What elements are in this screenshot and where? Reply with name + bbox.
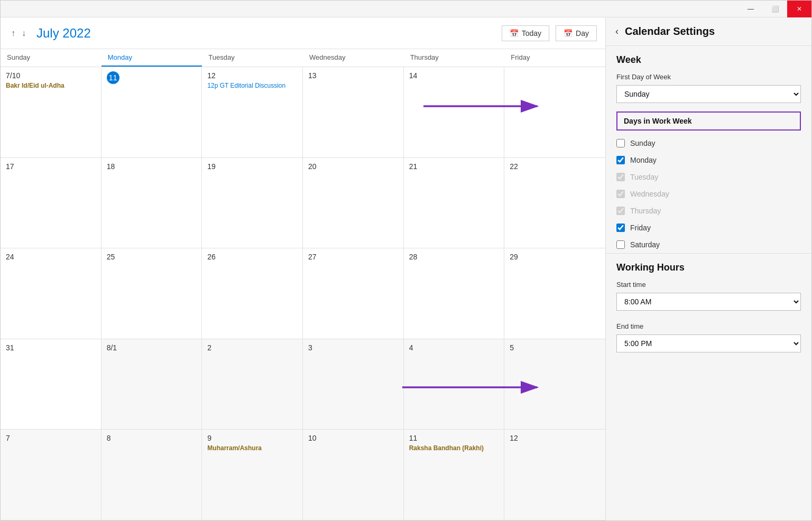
days-in-work-week-container: Days in Work Week (616, 111, 801, 131)
checkbox-monday-input[interactable] (616, 156, 625, 164)
checkbox-sunday[interactable]: Sunday (606, 135, 811, 152)
cell-a5[interactable]: 5 (504, 339, 605, 430)
date-24: 24 (6, 253, 96, 261)
checkbox-monday-label: Monday (630, 156, 657, 164)
today-button[interactable]: 📅 Today (502, 25, 549, 41)
checkbox-thursday-input[interactable] (616, 207, 625, 215)
day-header-sunday: Sunday (1, 49, 102, 67)
day-header-tuesday: Tuesday (202, 49, 303, 67)
cell-20[interactable]: 20 (303, 158, 404, 248)
calendar-week-1: 7/10 Bakr Id/Eid ul-Adha 11 12 12p GT Ed… (1, 67, 605, 158)
calendar-week-4: 31 8/1 2 3 4 5 (1, 339, 605, 430)
nav-up-button[interactable]: ↑ (9, 26, 17, 40)
cell-a4[interactable]: 4 (404, 339, 505, 430)
restore-button[interactable]: ⬜ (763, 1, 787, 17)
back-button[interactable]: ‹ (614, 25, 620, 38)
checkbox-wednesday[interactable]: Wednesday (606, 185, 811, 202)
checkbox-saturday[interactable]: Saturday (606, 236, 811, 253)
date-b9: 9 (207, 434, 297, 442)
date-11: 11 (107, 71, 119, 84)
checkbox-friday[interactable]: Friday (606, 219, 811, 236)
today-label: Today (522, 29, 541, 38)
day-header-thursday: Thursday (404, 49, 505, 67)
date-a3: 3 (308, 343, 398, 352)
cell-27[interactable]: 27 (303, 248, 404, 339)
cell-21[interactable]: 21 (404, 158, 505, 248)
date-13: 13 (308, 71, 398, 80)
checkbox-saturday-label: Saturday (630, 240, 660, 249)
cell-22[interactable]: 22 (504, 158, 605, 248)
checkbox-saturday-input[interactable] (616, 240, 625, 249)
checkbox-tuesday[interactable]: Tuesday (606, 169, 811, 185)
cell-24[interactable]: 24 (1, 248, 102, 339)
working-hours-section: Working Hours Start time 12:00 AM 1:00 A… (606, 253, 811, 361)
date-18: 18 (107, 162, 197, 171)
cell-81[interactable]: 8/1 (102, 339, 202, 430)
start-time-select[interactable]: 12:00 AM 1:00 AM 6:00 AM 7:00 AM 8:00 AM… (616, 293, 801, 311)
checkbox-thursday[interactable]: Thursday (606, 202, 811, 219)
cell-710[interactable]: 7/10 Bakr Id/Eid ul-Adha (1, 67, 102, 157)
cell-17[interactable]: 17 (1, 158, 102, 248)
day-header-friday: Friday (504, 49, 605, 67)
date-b11: 11 (409, 434, 499, 442)
cell-26[interactable]: 26 (202, 248, 303, 339)
minimize-button[interactable]: — (739, 1, 763, 17)
date-25: 25 (107, 253, 197, 261)
cell-12[interactable]: 12 12p GT Editorial Discussion (202, 67, 303, 157)
date-a4: 4 (409, 343, 499, 352)
working-hours-heading: Working Hours (616, 262, 801, 273)
date-b12: 12 (510, 434, 600, 442)
checkbox-tuesday-label: Tuesday (630, 173, 658, 181)
cell-31[interactable]: 31 (1, 339, 102, 430)
nav-arrows: ↑ ↓ (9, 26, 28, 40)
week-section: Week First Day of Week Sunday Monday Tue… (606, 46, 811, 111)
checkbox-monday[interactable]: Monday (606, 152, 811, 169)
event-gt-editorial: 12p GT Editorial Discussion (207, 82, 297, 89)
cell-18[interactable]: 18 (102, 158, 202, 248)
cell-b7[interactable]: 7 (1, 430, 102, 520)
cell-14[interactable]: 14 (404, 67, 505, 157)
day-icon: 📅 (564, 29, 573, 38)
cell-19[interactable]: 19 (202, 158, 303, 248)
app-window: — ⬜ ✕ ↑ ↓ July 2022 📅 Today (0, 0, 812, 521)
main-content: ↑ ↓ July 2022 📅 Today 📅 Day (1, 17, 811, 520)
cell-11[interactable]: 11 (102, 67, 202, 157)
cell-b10[interactable]: 10 (303, 430, 404, 520)
date-14: 14 (409, 71, 499, 80)
date-20: 20 (308, 162, 398, 171)
cell-29[interactable]: 29 (504, 248, 605, 339)
date-29: 29 (510, 253, 600, 261)
checkbox-tuesday-input[interactable] (616, 173, 625, 181)
checkbox-friday-label: Friday (630, 224, 651, 232)
week-heading: Week (616, 54, 801, 66)
cell-a2[interactable]: 2 (202, 339, 303, 430)
cell-28[interactable]: 28 (404, 248, 505, 339)
cell-25[interactable]: 25 (102, 248, 202, 339)
event-raksha: Raksha Bandhan (Rakhi) (409, 444, 499, 452)
settings-panel: ‹ Calendar Settings Week First Day of We… (605, 17, 811, 520)
cell-a3[interactable]: 3 (303, 339, 404, 430)
close-button[interactable]: ✕ (787, 1, 811, 17)
date-28: 28 (409, 253, 499, 261)
cell-b8[interactable]: 8 (102, 430, 202, 520)
day-view-button[interactable]: 📅 Day (556, 25, 597, 41)
cell-13[interactable]: 13 (303, 67, 404, 157)
nav-down-button[interactable]: ↓ (20, 26, 28, 40)
date-19: 19 (207, 162, 297, 171)
cell-b12[interactable]: 12 (504, 430, 605, 520)
cell-b11[interactable]: 11 Raksha Bandhan (Rakhi) (404, 430, 505, 520)
checkbox-friday-input[interactable] (616, 224, 625, 232)
cell-fri1[interactable] (504, 67, 605, 157)
date-31: 31 (6, 343, 96, 352)
checkbox-wednesday-label: Wednesday (630, 190, 669, 198)
checkbox-sunday-input[interactable] (616, 139, 625, 147)
event-bakr-id: Bakr Id/Eid ul-Adha (6, 82, 96, 89)
day-label: Day (576, 29, 589, 38)
cell-b9[interactable]: 9 Muharram/Ashura (202, 430, 303, 520)
settings-header: ‹ Calendar Settings (606, 17, 811, 46)
checkbox-wednesday-input[interactable] (616, 190, 625, 198)
date-b10: 10 (308, 434, 398, 442)
end-time-select[interactable]: 1:00 PM 2:00 PM 3:00 PM 4:00 PM 5:00 PM … (616, 334, 801, 352)
date-22: 22 (510, 162, 600, 171)
first-day-select[interactable]: Sunday Monday Tuesday Wednesday Thursday… (616, 85, 801, 103)
